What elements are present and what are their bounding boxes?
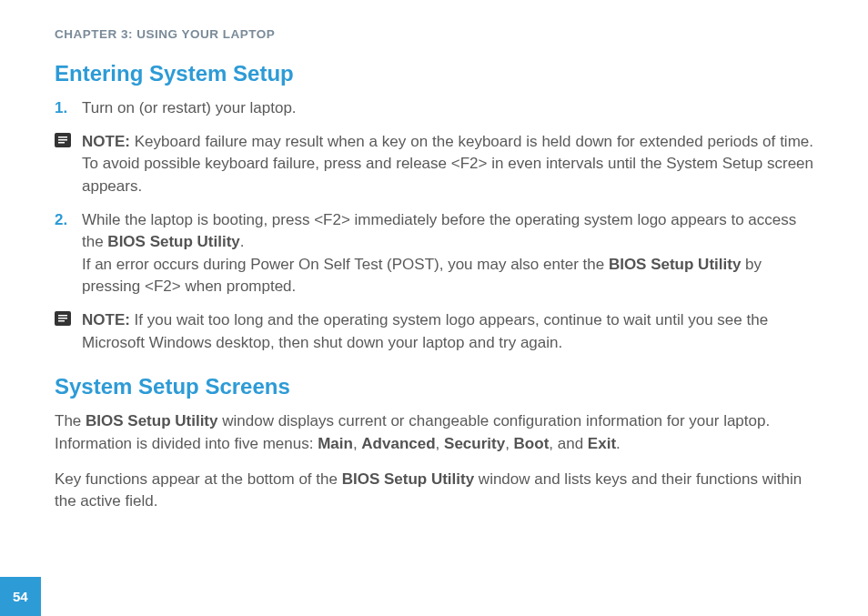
note-icon-cell bbox=[55, 309, 82, 326]
note-label: NOTE: bbox=[82, 311, 130, 328]
note-label: NOTE: bbox=[82, 133, 130, 150]
text-run: , bbox=[505, 435, 513, 452]
text-run: Key functions appear at the bottom of th… bbox=[55, 470, 342, 488]
text-run: , and bbox=[549, 435, 588, 452]
chapter-label: CHAPTER 3: USING YOUR LAPTOP bbox=[55, 27, 813, 41]
menu-security: Security bbox=[444, 435, 505, 452]
note-body: Keyboard failure may result when a key o… bbox=[82, 133, 813, 195]
text-run: . bbox=[616, 435, 621, 452]
text-run: , bbox=[436, 435, 444, 452]
paragraph-2: Key functions appear at the bottom of th… bbox=[55, 469, 813, 513]
step-number: 2. bbox=[55, 209, 82, 232]
heading-entering-system-setup: Entering System Setup bbox=[55, 61, 813, 86]
bios-setup-utility-bold: BIOS Setup Utility bbox=[86, 412, 217, 429]
menu-exit: Exit bbox=[588, 435, 616, 452]
menu-boot: Boot bbox=[514, 435, 550, 452]
bios-setup-utility-bold: BIOS Setup Utility bbox=[609, 256, 741, 273]
note-icon bbox=[55, 133, 71, 147]
note-text: NOTE: Keyboard failure may result when a… bbox=[82, 131, 813, 198]
menu-main: Main bbox=[318, 435, 353, 452]
text-run: The bbox=[55, 412, 86, 429]
bios-setup-utility-bold: BIOS Setup Utility bbox=[107, 233, 239, 250]
step-text: While the laptop is booting, press <F2> … bbox=[82, 209, 813, 299]
step-1: 1. Turn on (or restart) your laptop. bbox=[55, 97, 813, 120]
note-1: NOTE: Keyboard failure may result when a… bbox=[55, 131, 813, 198]
heading-system-setup-screens: System Setup Screens bbox=[55, 374, 813, 399]
menu-advanced: Advanced bbox=[361, 435, 435, 452]
step-number: 1. bbox=[55, 97, 82, 120]
step-text: Turn on (or restart) your laptop. bbox=[82, 97, 813, 120]
paragraph-1: The BIOS Setup Utility window displays c… bbox=[55, 410, 813, 455]
text-run: If an error occurs during Power On Self … bbox=[82, 256, 609, 273]
text-run: . bbox=[240, 233, 245, 250]
step-2: 2. While the laptop is booting, press <F… bbox=[55, 209, 813, 299]
note-2: NOTE: If you wait too long and the opera… bbox=[55, 309, 813, 354]
text-run: , bbox=[353, 435, 361, 452]
note-icon bbox=[55, 311, 71, 326]
note-text: NOTE: If you wait too long and the opera… bbox=[82, 309, 813, 354]
bios-setup-utility-bold: BIOS Setup Utility bbox=[342, 470, 474, 488]
note-body: If you wait too long and the operating s… bbox=[82, 311, 768, 351]
note-icon-cell bbox=[55, 131, 82, 147]
page-number: 54 bbox=[0, 577, 41, 616]
